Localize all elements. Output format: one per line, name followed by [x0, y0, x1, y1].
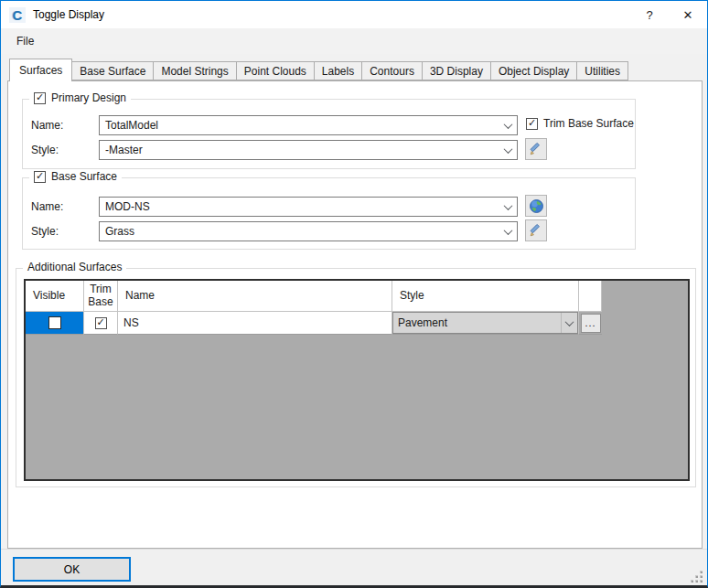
- visible-checkbox[interactable]: [48, 316, 61, 329]
- primary-name-label: Name:: [31, 119, 63, 132]
- tab-base-surface[interactable]: Base Surface: [72, 61, 154, 80]
- chevron-down-icon[interactable]: [499, 198, 517, 216]
- menu-file[interactable]: File: [7, 31, 43, 51]
- toggle-display-dialog: C Toggle Display ? ✕ File Surfaces Base …: [0, 0, 708, 588]
- additional-surfaces-group: Additional Surfaces Visible Trim Base Na…: [16, 268, 696, 487]
- primary-style-edit-button[interactable]: [525, 138, 547, 160]
- table-header-row: Visible Trim Base Name Style: [26, 281, 688, 312]
- titlebar-buttons: ? ✕: [630, 1, 707, 28]
- primary-name-value: TotalModel: [100, 119, 499, 132]
- base-surface-legend: Base Surface: [29, 170, 122, 183]
- browse-button[interactable]: ...: [581, 314, 601, 333]
- base-style-value: Grass: [100, 225, 499, 238]
- window-title: Toggle Display: [33, 8, 104, 21]
- additional-surfaces-legend: Additional Surfaces: [23, 261, 126, 273]
- tab-surfaces[interactable]: Surfaces: [9, 59, 72, 81]
- surface-name: NS: [118, 316, 139, 329]
- table-row: NS Pavement ...: [26, 312, 688, 335]
- resize-grip-icon[interactable]: [692, 572, 703, 583]
- column-header-visible[interactable]: Visible: [26, 281, 84, 312]
- primary-design-checkbox[interactable]: [34, 92, 46, 104]
- tab-3d-display[interactable]: 3D Display: [423, 61, 491, 80]
- primary-design-label: Primary Design: [51, 91, 126, 104]
- trim-base-surface-checkbox[interactable]: [526, 118, 538, 130]
- additional-surfaces-label: Additional Surfaces: [27, 261, 122, 273]
- additional-surfaces-table: Visible Trim Base Name Style NS: [24, 279, 690, 481]
- chevron-down-icon[interactable]: [499, 116, 517, 134]
- name-cell[interactable]: NS: [118, 312, 392, 335]
- trim-base-cell[interactable]: [84, 312, 118, 335]
- trim-base-surface-row: Trim Base Surface: [526, 117, 634, 130]
- pencil-icon: [529, 142, 543, 156]
- base-style-combobox[interactable]: Grass: [99, 221, 518, 241]
- tab-strip: Surfaces Base Surface Model Strings Poin…: [9, 58, 628, 80]
- primary-design-legend: Primary Design: [29, 91, 131, 104]
- primary-name-combobox[interactable]: TotalModel: [99, 115, 518, 135]
- dialog-footer: OK: [1, 549, 707, 586]
- menu-bar: File: [1, 28, 707, 54]
- ok-button[interactable]: OK: [13, 557, 131, 582]
- visible-cell[interactable]: [26, 312, 84, 335]
- tab-labels[interactable]: Labels: [315, 61, 362, 80]
- style-cell: Pavement: [392, 312, 579, 335]
- chevron-down-icon[interactable]: [561, 313, 577, 333]
- base-surface-group: Base Surface Name: MOD-NS Style: Grass: [22, 177, 636, 250]
- trim-base-row-checkbox[interactable]: [95, 317, 107, 329]
- pencil-icon: [529, 223, 543, 238]
- base-surface-label: Base Surface: [51, 170, 117, 183]
- base-name-label: Name:: [31, 200, 63, 213]
- base-name-value: MOD-NS: [100, 200, 499, 213]
- close-button[interactable]: ✕: [669, 1, 707, 28]
- row-style-value: Pavement: [393, 316, 561, 329]
- globe-icon: [529, 198, 544, 214]
- browse-cell: ...: [579, 312, 602, 335]
- base-name-combobox[interactable]: MOD-NS: [99, 197, 518, 217]
- base-style-label: Style:: [31, 225, 59, 238]
- title-bar: C Toggle Display ? ✕: [1, 1, 707, 28]
- tab-contours[interactable]: Contours: [362, 61, 423, 80]
- primary-style-combobox[interactable]: -Master: [99, 140, 518, 160]
- base-style-edit-button[interactable]: [525, 219, 547, 241]
- column-header-browse: [579, 281, 602, 312]
- base-surface-checkbox[interactable]: [34, 171, 46, 183]
- tab-point-clouds[interactable]: Point Clouds: [237, 61, 315, 80]
- primary-style-label: Style:: [31, 144, 59, 156]
- app-icon: C: [9, 7, 26, 23]
- surfaces-tab-page: Primary Design Name: TotalModel Trim Bas…: [7, 80, 703, 549]
- tab-object-display[interactable]: Object Display: [491, 61, 577, 80]
- column-header-style[interactable]: Style: [392, 281, 579, 312]
- column-header-trim-base[interactable]: Trim Base: [84, 281, 118, 312]
- primary-style-value: -Master: [100, 144, 499, 156]
- trim-base-surface-label: Trim Base Surface: [543, 117, 634, 130]
- row-style-combobox[interactable]: Pavement: [392, 312, 578, 334]
- chevron-down-icon[interactable]: [499, 222, 517, 241]
- primary-design-group: Primary Design Name: TotalModel Trim Bas…: [22, 99, 636, 169]
- base-surface-globe-button[interactable]: [525, 195, 547, 217]
- column-header-name[interactable]: Name: [118, 281, 392, 312]
- help-button[interactable]: ?: [630, 1, 669, 28]
- tab-utilities[interactable]: Utilities: [577, 61, 628, 80]
- tab-model-strings[interactable]: Model Strings: [154, 61, 236, 80]
- chevron-down-icon[interactable]: [499, 141, 517, 159]
